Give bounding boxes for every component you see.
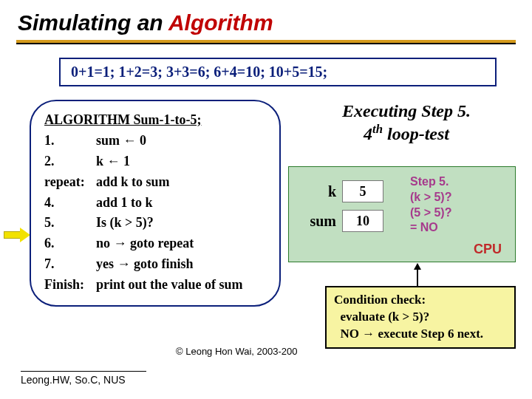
footer: Leong.HW, So.C, NUS <box>21 371 146 386</box>
variables: k 5 sum 10 <box>304 180 383 239</box>
var-row-sum: sum 10 <box>304 210 383 232</box>
algo-row: Finish:print out the value of sum <box>44 275 266 296</box>
algorithm-box: ALGORITHM Sum-1-to-5; 1.sum ← 0 2.k ← 1 … <box>30 100 281 307</box>
execution-title: Executing Step 5. 4th loop-test <box>310 100 502 145</box>
var-label-k: k <box>304 183 342 200</box>
var-label-sum: sum <box>304 213 342 230</box>
algo-row: 1.sum ← 0 <box>44 131 266 151</box>
cpu-box: k 5 sum 10 Step 5. (k > 5)? (5 > 5)? = N… <box>288 166 516 262</box>
formula-box: 0+1=1; 1+2=3; 3+3=6; 6+4=10; 10+5=15; <box>59 58 497 86</box>
current-step-pointer-icon <box>4 228 30 242</box>
var-value-sum: 10 <box>342 210 383 232</box>
var-value-k: 5 <box>342 180 383 202</box>
condition-box: Condition check: evaluate (k > 5)? NO → … <box>325 286 516 349</box>
cond-line1: Condition check: <box>334 292 507 309</box>
slide-title: Simulating an Algorithm <box>0 0 532 40</box>
formula-text: 0+1=1; 1+2=3; 3+3=6; 6+4=10; 10+5=15; <box>71 64 327 80</box>
title-rule <box>16 40 516 44</box>
cond-line2: evaluate (k > 5)? <box>334 309 507 326</box>
algo-row: 4.add 1 to k <box>44 193 266 214</box>
footer-text: Leong.HW, So.C, NUS <box>21 374 126 386</box>
algo-row: 7. yes → goto finish <box>44 254 266 275</box>
title-text-black: Simulating an <box>18 10 168 35</box>
footer-rule <box>21 371 146 372</box>
exec-line2: 4th loop-test <box>310 122 502 145</box>
algorithm-header: ALGORITHM Sum-1-to-5; <box>44 110 266 131</box>
condition-arrow-icon <box>417 264 418 286</box>
algo-row: 2.k ← 1 <box>44 151 266 172</box>
exec-line1: Executing Step 5. <box>310 100 502 122</box>
cpu-label: CPU <box>474 242 502 257</box>
cond-line3: NO → execute Step 6 next. <box>334 326 507 343</box>
title-text-red: Algorithm <box>168 10 273 35</box>
copyright: © Leong Hon Wai, 2003-200 <box>176 346 297 357</box>
algo-row: 5.Is (k > 5)? <box>44 213 266 233</box>
algo-row: 6. no → goto repeat <box>44 233 266 254</box>
var-row-k: k 5 <box>304 180 383 202</box>
algo-row: repeat:add k to sum <box>44 172 266 193</box>
step5-eval: Step 5. (k > 5)? (5 > 5)? = NO <box>410 174 506 236</box>
